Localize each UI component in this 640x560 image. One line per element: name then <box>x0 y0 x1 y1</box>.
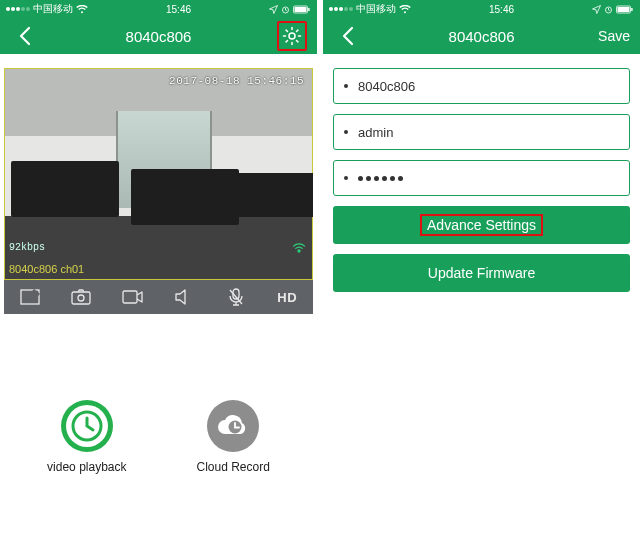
svg-rect-2 <box>308 8 309 11</box>
alarm-icon <box>281 5 290 14</box>
videocam-icon <box>122 290 144 304</box>
bullet-icon <box>344 130 348 134</box>
location-icon <box>269 5 278 14</box>
playback-label: video playback <box>47 460 126 474</box>
svg-rect-6 <box>72 292 90 304</box>
battery-icon <box>616 5 634 14</box>
password-field[interactable] <box>333 160 630 196</box>
fullscreen-button[interactable] <box>10 280 50 314</box>
settings-screen: 中国移动 15:46 8040c806 Save 8040c806 <box>323 0 640 560</box>
battery-icon <box>293 5 311 14</box>
wifi-icon <box>399 5 411 14</box>
cloud-record-button[interactable]: Cloud Record <box>197 400 270 474</box>
gear-icon <box>282 26 302 46</box>
video-controls: HD <box>4 280 313 314</box>
svg-rect-3 <box>295 7 307 12</box>
live-view-screen: 中国移动 15:46 8040c806 2017-08-18 <box>0 0 317 560</box>
save-button[interactable]: Save <box>598 28 632 44</box>
carrier-label: 中国移动 <box>33 2 73 16</box>
wifi-strength-icon <box>292 239 306 257</box>
wifi-icon <box>76 5 88 14</box>
svg-point-7 <box>78 295 84 301</box>
status-bar: 中国移动 15:46 <box>323 0 640 18</box>
record-button[interactable] <box>113 280 153 314</box>
video-scene <box>5 69 312 279</box>
highlight-box: Advance Settings <box>420 214 543 236</box>
username-field[interactable]: admin <box>333 114 630 150</box>
alarm-icon <box>604 5 613 14</box>
nav-bar: 8040c806 <box>0 18 317 54</box>
status-bar: 中国移动 15:46 <box>0 0 317 18</box>
clock: 15:46 <box>166 4 191 15</box>
highlight-box <box>277 21 307 51</box>
back-button[interactable] <box>331 26 365 46</box>
update-firmware-label: Update Firmware <box>428 265 535 281</box>
hd-button[interactable]: HD <box>267 280 307 314</box>
mic-mute-icon <box>228 288 244 306</box>
clock-icon <box>70 409 104 443</box>
signal-dots <box>329 7 353 11</box>
settings-button[interactable] <box>275 21 309 51</box>
bitrate-label: 92kbps <box>9 242 45 253</box>
carrier-label: 中国移动 <box>356 2 396 16</box>
channel-label: 8040c806 ch01 <box>9 263 84 275</box>
password-mask <box>358 176 403 181</box>
signal-dots <box>6 7 30 11</box>
update-firmware-button[interactable]: Update Firmware <box>333 254 630 292</box>
mic-button[interactable] <box>216 280 256 314</box>
bullet-icon <box>344 84 348 88</box>
speaker-button[interactable] <box>164 280 204 314</box>
chevron-left-icon <box>18 26 32 46</box>
clock: 15:46 <box>489 4 514 15</box>
nav-bar: 8040c806 Save <box>323 18 640 54</box>
cloud-clock-icon <box>215 412 251 440</box>
svg-rect-15 <box>618 7 630 12</box>
snapshot-button[interactable] <box>61 280 101 314</box>
page-title: 8040c806 <box>365 28 598 45</box>
svg-point-4 <box>289 33 295 39</box>
svg-rect-8 <box>123 291 137 303</box>
device-id-value: 8040c806 <box>358 79 415 94</box>
page-title: 8040c806 <box>42 28 275 45</box>
chevron-left-icon <box>341 26 355 46</box>
advance-settings-button[interactable]: Advance Settings <box>333 206 630 244</box>
settings-form: 8040c806 admin Advance Settings Update F… <box>323 54 640 292</box>
back-button[interactable] <box>8 26 42 46</box>
video-timestamp: 2017-08-18 15:46:15 <box>169 75 304 87</box>
speaker-icon <box>175 289 193 305</box>
location-icon <box>592 5 601 14</box>
camera-icon <box>71 289 91 305</box>
svg-rect-14 <box>631 8 632 11</box>
feature-row: video playback Cloud Record <box>0 400 317 474</box>
bullet-icon <box>344 176 348 180</box>
playback-button[interactable]: video playback <box>47 400 126 474</box>
device-id-field[interactable]: 8040c806 <box>333 68 630 104</box>
video-preview[interactable]: 2017-08-18 15:46:15 92kbps 8040c806 ch01 <box>4 68 313 280</box>
cloud-label: Cloud Record <box>197 460 270 474</box>
username-value: admin <box>358 125 393 140</box>
fullscreen-icon <box>20 289 40 305</box>
